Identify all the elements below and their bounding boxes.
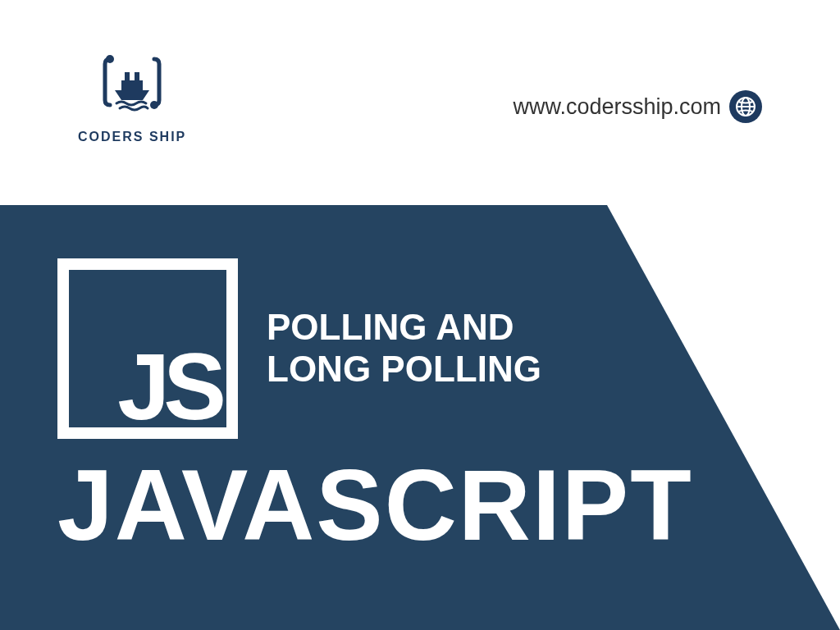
- globe-icon: [729, 90, 762, 123]
- svg-point-1: [150, 101, 158, 109]
- js-logo-box: JS: [57, 258, 238, 439]
- svg-rect-2: [121, 80, 143, 90]
- main-title: JAVASCRIPT: [57, 455, 840, 555]
- ship-logo-icon: [95, 49, 169, 123]
- logo-text: CODERS SHIP: [78, 130, 186, 144]
- svg-point-0: [106, 55, 114, 63]
- banner-content: JS POLLING AND LONG POLLING JAVASCRIPT: [0, 205, 840, 630]
- svg-rect-4: [135, 72, 139, 80]
- logo-block: CODERS SHIP: [78, 49, 186, 144]
- svg-rect-3: [125, 72, 130, 80]
- subtitle-line-1: POLLING AND: [267, 307, 541, 349]
- banner: JS POLLING AND LONG POLLING JAVASCRIPT: [0, 205, 840, 630]
- subtitle-text: POLLING AND LONG POLLING: [267, 307, 541, 390]
- url-block: www.codersship.com: [513, 90, 762, 123]
- js-logo-text: JS: [117, 340, 220, 434]
- subtitle-line-2: LONG POLLING: [267, 349, 541, 390]
- website-url: www.codersship.com: [513, 94, 721, 120]
- subtitle-row: JS POLLING AND LONG POLLING: [57, 258, 840, 439]
- header: CODERS SHIP www.codersship.com: [0, 0, 840, 205]
